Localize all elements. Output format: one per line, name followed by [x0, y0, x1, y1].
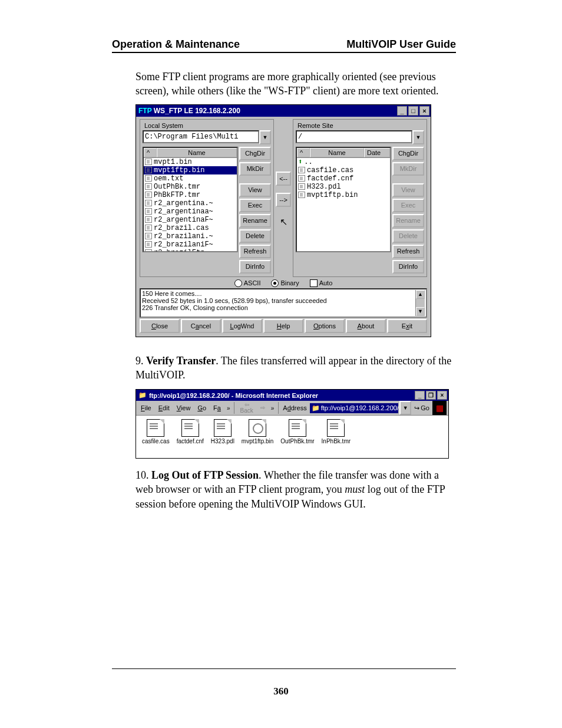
ascii-radio[interactable]: ASCII: [234, 279, 261, 287]
file-icon: [145, 192, 152, 198]
close-button[interactable]: ×: [419, 106, 429, 116]
transfer-left-button[interactable]: <--: [276, 172, 291, 186]
transfer-arrows: <-- --> ↖: [275, 119, 292, 277]
remote-col-date[interactable]: Date: [364, 148, 390, 157]
ie-title-icon: 📁: [138, 391, 147, 399]
ie-file-factdef[interactable]: factdef.cnf: [177, 419, 204, 454]
ie-menu-fav[interactable]: Fa: [210, 403, 224, 413]
local-mkdir-button[interactable]: MkDir: [239, 162, 271, 176]
scroll-track[interactable]: [306, 252, 381, 252]
ie-file-inphbk[interactable]: InPhBk.tmr: [322, 419, 351, 454]
auto-checkbox[interactable]: Auto: [310, 279, 333, 287]
file-item[interactable]: PhBkFTP.tmr: [144, 191, 237, 199]
ie-toolbar-more[interactable]: »: [269, 405, 276, 411]
ie-logo-icon: ▦: [432, 401, 447, 415]
file-item[interactable]: casfile.cas: [297, 166, 390, 174]
local-exec-button[interactable]: Exec: [239, 199, 271, 212]
file-item[interactable]: mvpt1.bin: [144, 158, 237, 166]
local-col-name[interactable]: Name: [157, 148, 237, 157]
local-delete-button[interactable]: Delete: [239, 229, 271, 243]
file-item[interactable]: r2_brazilani.~: [144, 232, 237, 241]
file-item[interactable]: r2_argentina.~: [144, 199, 237, 207]
ie-menu-file[interactable]: File: [138, 403, 154, 413]
logwnd-btn[interactable]: LogWnd: [222, 319, 262, 333]
file-item-selected[interactable]: mvpt1ftp.bin: [144, 166, 237, 174]
local-dirinfo-button[interactable]: DirInfo: [239, 260, 271, 274]
remote-mkdir-button[interactable]: MkDir: [392, 162, 424, 176]
about-btn[interactable]: About: [346, 319, 386, 333]
file-item-up[interactable]: ⬆..: [297, 158, 390, 166]
file-icon: [327, 419, 345, 437]
options-btn[interactable]: Options: [305, 319, 345, 333]
ie-address-input[interactable]: 📁ftp://voip1@192.168.2.200/: [310, 403, 399, 413]
local-rename-button[interactable]: Rename: [239, 214, 271, 228]
file-item[interactable]: OutPhBk.tmr: [144, 183, 237, 191]
scroll-right[interactable]: ►: [381, 252, 390, 252]
remote-refresh-button[interactable]: Refresh: [392, 245, 424, 258]
ie-close[interactable]: ×: [437, 391, 447, 400]
remote-view-button[interactable]: View: [392, 183, 424, 197]
local-view-button[interactable]: View: [239, 183, 271, 197]
file-item[interactable]: r2_argentinaF~: [144, 216, 237, 224]
minimize-button[interactable]: _: [397, 106, 407, 116]
wsftp-titlebar[interactable]: FTP WS_FTP LE 192.168.2.200 _ □ ×: [136, 105, 431, 117]
binary-radio[interactable]: Binary: [271, 279, 299, 287]
exit-btn[interactable]: Exit: [387, 319, 427, 333]
file-icon: [145, 159, 152, 165]
ie-maximize[interactable]: ❐: [426, 391, 436, 400]
close-btn[interactable]: Close: [140, 319, 180, 333]
remote-chgdir-button[interactable]: ChgDir: [392, 147, 424, 160]
remote-path[interactable]: /: [296, 130, 412, 143]
ie-minimize[interactable]: _: [415, 391, 425, 400]
ie-content[interactable]: casfile.cas factdef.cnf H323.pdl mvpt1ft…: [136, 416, 448, 458]
file-item[interactable]: H323.pdl: [297, 183, 390, 191]
log-scroll-down[interactable]: ▼: [416, 307, 425, 316]
cancel-btn[interactable]: Cancel: [181, 319, 221, 333]
help-btn[interactable]: Help: [263, 319, 303, 333]
header-rule: [112, 52, 456, 53]
file-icon: [298, 167, 305, 173]
local-path[interactable]: C:\Program Files\Multi: [143, 130, 259, 143]
remote-col-name[interactable]: Name: [310, 148, 364, 157]
ie-file-mvpt1ftp[interactable]: mvpt1ftp.bin: [242, 419, 273, 454]
maximize-button[interactable]: □: [408, 106, 418, 116]
transfer-right-button[interactable]: -->: [276, 193, 291, 207]
remote-delete-button[interactable]: Delete: [392, 229, 424, 243]
ie-menu-edit[interactable]: Edit: [156, 403, 173, 413]
remote-exec-button[interactable]: Exec: [392, 199, 424, 212]
ie-menu-go[interactable]: Go: [194, 403, 209, 413]
ie-go-button[interactable]: ↪Go: [414, 404, 429, 412]
file-item[interactable]: r2_brazil.cas: [144, 224, 237, 232]
ie-fwd-button[interactable]: ⇨: [257, 404, 268, 411]
local-chgdir-button[interactable]: ChgDir: [239, 147, 271, 160]
file-item[interactable]: r2_brazilFtp.~: [144, 249, 237, 252]
up-arrow-icon: ⬆: [298, 158, 302, 166]
remote-sort-icon[interactable]: ^: [297, 148, 310, 157]
title-icon: FTP: [138, 107, 152, 115]
footer-rule: [112, 668, 456, 669]
remote-path-dropdown[interactable]: ▼: [412, 130, 424, 144]
remote-file-list[interactable]: ^NameDate ⬆.. casfile.cas factdef.cnf H3…: [296, 147, 391, 252]
ie-menu-view[interactable]: View: [174, 403, 194, 413]
remote-dirinfo-button[interactable]: DirInfo: [392, 260, 424, 274]
ie-titlebar[interactable]: 📁 ftp://voip1@192.168.2.200/ - Microsoft…: [136, 390, 448, 401]
file-item[interactable]: r2_argentinaa~: [144, 207, 237, 216]
local-file-list[interactable]: ^Name mvpt1.bin mvpt1ftp.bin oem.txt Out…: [143, 147, 238, 252]
local-path-dropdown[interactable]: ▼: [259, 130, 271, 144]
file-item[interactable]: r2_brazilaniF~: [144, 241, 237, 249]
ie-file-h323[interactable]: H323.pdl: [211, 419, 234, 454]
ie-address-dropdown[interactable]: ▼: [399, 401, 411, 415]
ie-menu-more[interactable]: »: [225, 405, 232, 411]
ie-file-casfile[interactable]: casfile.cas: [142, 419, 170, 454]
file-item[interactable]: oem.txt: [144, 174, 237, 183]
ie-back-button[interactable]: ⇦Back: [237, 401, 256, 414]
file-icon: [298, 183, 305, 190]
log-scroll-up[interactable]: ▲: [416, 290, 425, 299]
file-item[interactable]: factdef.cnf: [297, 174, 390, 183]
local-sort-icon[interactable]: ^: [144, 148, 157, 157]
ie-file-outphbk[interactable]: OutPhBk.tmr: [280, 419, 314, 454]
remote-rename-button[interactable]: Rename: [392, 214, 424, 228]
file-item[interactable]: mvpt1ftp.bin: [297, 191, 390, 199]
scroll-left[interactable]: ◄: [297, 252, 306, 252]
local-refresh-button[interactable]: Refresh: [239, 245, 271, 258]
